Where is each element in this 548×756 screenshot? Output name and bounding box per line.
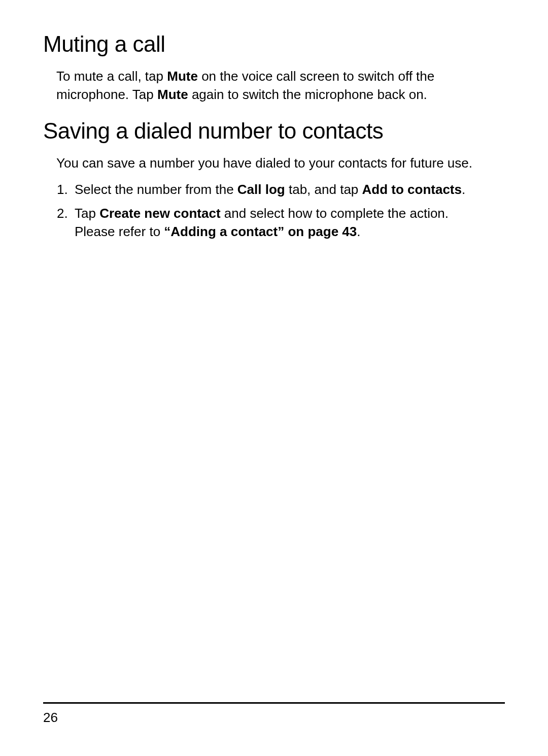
text-span: Select the number from the (75, 182, 237, 197)
saving-steps-list: Select the number from the Call log tab,… (56, 180, 472, 241)
text-span: . (462, 182, 465, 197)
text-span: tab, and tap (285, 182, 362, 197)
text-span: again to switch the microphone back on. (188, 87, 427, 102)
text-span: Tap (75, 206, 99, 221)
page-content: Muting a call To mute a call, tap Mute o… (43, 31, 505, 241)
text-span: . (357, 224, 360, 239)
page-number: 26 (43, 710, 505, 726)
list-item: Tap Create new contact and select how to… (72, 204, 472, 241)
bold-adding-contact-ref: “Adding a contact” on page 43 (164, 224, 357, 239)
text-span: To mute a call, tap (56, 69, 167, 84)
section-heading-saving: Saving a dialed number to contacts (43, 118, 505, 144)
bold-mute-2: Mute (157, 87, 188, 102)
muting-paragraph: To mute a call, tap Mute on the voice ca… (56, 67, 472, 104)
list-item: Select the number from the Call log tab,… (72, 180, 472, 199)
saving-paragraph: You can save a number you have dialed to… (56, 154, 472, 172)
bold-add-to-contacts: Add to contacts (362, 182, 462, 197)
bold-mute-1: Mute (167, 69, 198, 84)
section-heading-muting: Muting a call (43, 31, 505, 57)
bold-create-new-contact: Create new contact (99, 206, 220, 221)
footer-divider (43, 702, 505, 704)
page-footer: 26 (43, 702, 505, 726)
bold-call-log: Call log (237, 182, 285, 197)
